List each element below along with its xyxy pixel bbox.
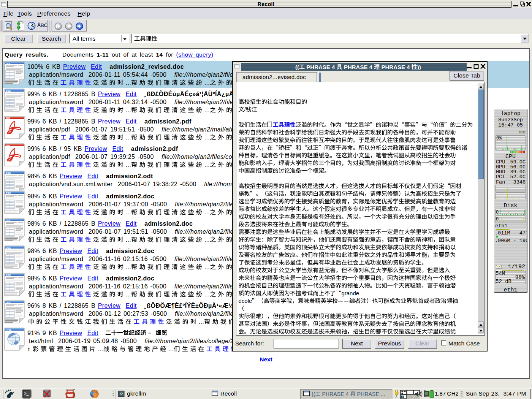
svg-text:DOC: DOC	[6, 62, 11, 65]
svg-text:0: 0	[496, 210, 499, 215]
svg-text:)): ))	[417, 64, 421, 70]
svg-text:ÅBĈ: ÅBĈ	[37, 22, 48, 28]
svg-text:HTML: HTML	[6, 329, 12, 331]
svg-text:((: ((	[312, 391, 315, 397]
svg-text:PHRASE 4: PHRASE 4	[344, 64, 373, 70]
svg-text:DOC: DOC	[6, 247, 11, 249]
svg-text:DOC: DOC	[6, 301, 11, 304]
svg-text:DOC: DOC	[6, 219, 11, 222]
svg-text:0%: 0%	[496, 136, 502, 141]
svg-text:DOC: DOC	[6, 90, 11, 92]
svg-text:DOC: DOC	[6, 192, 11, 194]
svg-text:PDF: PDF	[6, 144, 10, 147]
svg-text:0: 0	[496, 217, 499, 222]
svg-text:DOC: DOC	[6, 274, 11, 276]
svg-text:PHRASE ...: PHRASE ...	[357, 391, 385, 397]
svg-text:PDF: PDF	[6, 117, 10, 119]
svg-text:DOC: DOC	[6, 172, 11, 174]
svg-text:PHRASE 4: PHRASE 4	[306, 64, 335, 70]
svg-text:((: ((	[295, 64, 299, 70]
svg-text:PHRASE 4: PHRASE 4	[381, 64, 410, 70]
svg-text:PHRASE 4: PHRASE 4	[322, 391, 348, 397]
